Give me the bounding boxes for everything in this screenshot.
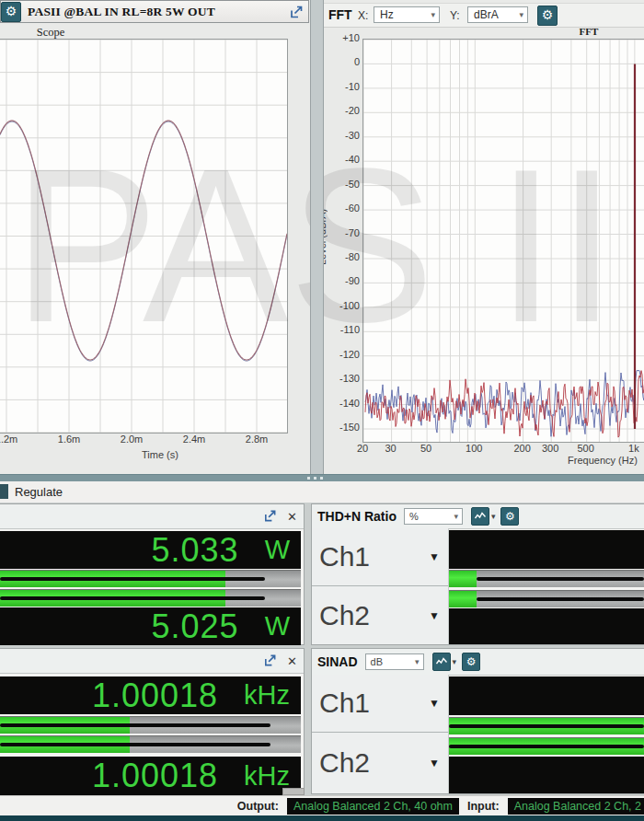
- thdn-title: THD+N Ratio: [312, 509, 404, 524]
- thdn-ratio-panel: THD+N Ratio % ▾ ▾ ⚙ Ch1 ▼ Ch2 ▼: [311, 503, 644, 645]
- frequency-ch1-display: 1.00018 kHz: [0, 676, 301, 714]
- frequency-ch1-bar: [0, 716, 301, 734]
- power-ch1-display: 5.033 W: [0, 531, 301, 569]
- power-ch2-bar: [0, 589, 301, 607]
- thdn-ch2-display: [449, 608, 644, 644]
- window-gear-icon[interactable]: ⚙: [1, 2, 21, 22]
- power-ch2-display: 5.025 W: [0, 607, 301, 645]
- output-label: Output:: [237, 800, 279, 813]
- fft-plot-title: FFT: [563, 26, 615, 37]
- chevron-down-icon: ▼: [429, 550, 440, 563]
- scrollbar-thumb[interactable]: [282, 788, 305, 795]
- chevron-down-icon[interactable]: ▾: [453, 657, 457, 666]
- frequency-meter-panel: ✕ 1.00018 kHz 1.00018 kHz: [0, 648, 305, 794]
- fft-x-axis-label: Frequency (Hz): [547, 455, 644, 466]
- chevron-down-icon: ▼: [429, 697, 440, 710]
- chevron-down-icon: ▾: [519, 10, 523, 19]
- regulate-tab-icon: [0, 484, 8, 499]
- sinad-ch2-bar: [449, 737, 644, 755]
- scope-window-titlebar[interactable]: ⚙ PASII @BAL IN RL=8R 5W OUT: [0, 0, 309, 23]
- horizontal-splitter[interactable]: [0, 474, 644, 481]
- power-meter-header: ✕: [0, 504, 304, 529]
- sinad-panel: SINAD dB ▾ ▾ ⚙ Ch1 ▼ Ch2 ▼: [311, 648, 644, 794]
- audio-analyzer-app: PAS II ⚙ PASII @BAL IN RL=8R 5W OUT Scop…: [0, 0, 644, 821]
- vertical-splitter[interactable]: [310, 0, 324, 474]
- close-icon[interactable]: ✕: [287, 655, 297, 667]
- sinad-title: SINAD: [312, 654, 365, 669]
- scope-plot-title: Scope: [18, 26, 83, 40]
- fft-y-unit-dropdown[interactable]: dBrA ▾: [467, 6, 528, 23]
- power-meter-panel: ✕ 5.033 W 5.025 W: [0, 503, 305, 645]
- thdn-chart-view-button[interactable]: [471, 507, 489, 526]
- regulate-panel-tab[interactable]: Regulate: [0, 481, 644, 503]
- sinad-ch2-selector[interactable]: Ch2 ▼: [312, 733, 448, 793]
- thdn-ch2-bar: [449, 590, 644, 607]
- thdn-ch1-display: [449, 530, 644, 569]
- splitter-grip-dots: [307, 477, 323, 480]
- thdn-ch1-selector[interactable]: Ch1 ▼: [312, 528, 448, 586]
- window-title: PASII @BAL IN RL=8R 5W OUT: [28, 5, 215, 19]
- fft-panel-header: FFT X: Hz ▾ Y: dBrA ▾ ⚙: [324, 3, 644, 28]
- status-bar: Output: Analog Balanced 2 Ch, 40 ohm Inp…: [0, 795, 644, 815]
- thdn-header: THD+N Ratio % ▾ ▾ ⚙: [312, 504, 644, 529]
- power-ch1-bar: [0, 570, 301, 587]
- thdn-ch2-selector[interactable]: Ch2 ▼: [312, 586, 448, 644]
- sinad-unit-dropdown[interactable]: dB ▾: [365, 653, 424, 670]
- popout-icon[interactable]: [263, 653, 278, 668]
- popout-icon[interactable]: [263, 509, 278, 524]
- frequency-ch2-bar: [0, 735, 301, 753]
- output-config-value[interactable]: Analog Balanced 2 Ch, 40 ohm: [287, 798, 459, 815]
- thdn-unit-dropdown[interactable]: % ▾: [404, 508, 463, 525]
- fft-x-unit-dropdown[interactable]: Hz ▾: [374, 6, 440, 23]
- chevron-down-icon: ▾: [454, 512, 458, 521]
- close-icon[interactable]: ✕: [287, 511, 297, 523]
- scope-plot-area[interactable]: [0, 39, 288, 434]
- thdn-channel-labels: Ch1 ▼ Ch2 ▼: [312, 528, 449, 644]
- sinad-ch2-display: [449, 757, 644, 793]
- sinad-chart-view-button[interactable]: [432, 653, 451, 671]
- input-label: Input:: [467, 800, 500, 813]
- thdn-settings-gear-button[interactable]: ⚙: [500, 507, 519, 526]
- frequency-meter-header: ✕: [0, 649, 304, 674]
- thdn-ch1-bar: [449, 570, 644, 587]
- frequency-ch2-display: 1.00018 kHz: [0, 757, 301, 795]
- sinad-settings-gear-button[interactable]: ⚙: [462, 653, 480, 671]
- chevron-down-icon: ▼: [429, 609, 440, 622]
- chevron-down-icon: ▾: [431, 10, 435, 19]
- popout-icon[interactable]: [289, 5, 304, 19]
- fft-y-axis-ticks: +100-10-20-30-40-50-60-70-80-90-100-110-…: [324, 0, 360, 474]
- chevron-down-icon: ▼: [429, 757, 440, 769]
- sinad-header: SINAD dB ▾ ▾ ⚙: [312, 649, 644, 676]
- regulate-label: Regulate: [15, 485, 63, 499]
- fft-y-axis-prefix: Y:: [450, 9, 460, 22]
- chevron-down-icon[interactable]: ▾: [491, 512, 496, 521]
- input-config-value[interactable]: Analog Balanced 2 Ch, 2: [508, 798, 644, 815]
- sinad-ch1-display: [449, 676, 644, 715]
- sinad-ch1-selector[interactable]: Ch1 ▼: [312, 675, 448, 733]
- sinad-ch1-bar: [449, 717, 644, 734]
- sinad-channel-labels: Ch1 ▼ Ch2 ▼: [312, 675, 449, 793]
- window-bottom-edge: [0, 815, 644, 821]
- chevron-down-icon: ▾: [415, 657, 420, 666]
- fft-plot-area[interactable]: [362, 39, 644, 443]
- fft-settings-gear-button[interactable]: ⚙: [537, 6, 558, 26]
